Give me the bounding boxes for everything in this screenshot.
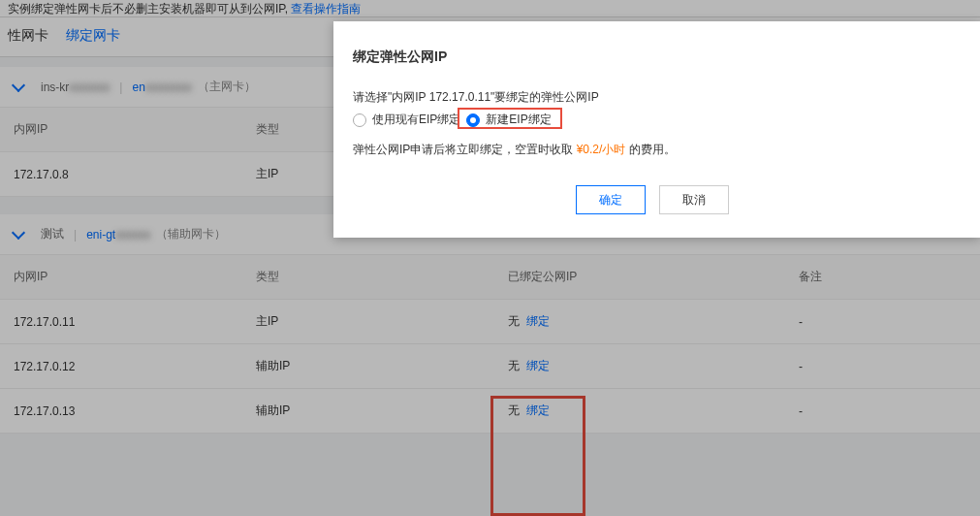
table-row: 172.17.0.11 主IP 无 绑定 - (0, 300, 980, 344)
eni-id-link[interactable]: enxxxxxxxx (132, 81, 191, 94)
radio-create-new-label: 新建EIP绑定 (486, 112, 551, 128)
cell-type: 辅助IP (242, 389, 494, 434)
cell-type: 辅助IP (242, 344, 494, 389)
cell-note: - (785, 344, 980, 389)
bind-eip-modal: 绑定弹性公网IP 请选择"内网IP 172.17.0.11"要绑定的弹性公网IP… (333, 21, 980, 238)
bind-eip-link[interactable]: 绑定 (526, 403, 550, 417)
bind-eip-link[interactable]: 绑定 (526, 314, 550, 328)
chevron-down-icon (12, 226, 25, 240)
table-row: 172.17.0.13 辅助IP 无 绑定 - (0, 389, 980, 434)
cell-bound-eip: 无 绑定 (494, 300, 785, 344)
cell-note: - (785, 389, 980, 434)
cell-bound-eip: 无 绑定 (494, 389, 785, 434)
cell-note: - (785, 300, 980, 344)
radio-use-existing[interactable] (353, 113, 366, 127)
radio-create-new[interactable] (466, 113, 480, 127)
modal-title: 绑定弹性公网IP (353, 48, 951, 66)
modal-button-row: 确定 取消 (353, 185, 951, 214)
nic-name: 测试 (41, 226, 64, 242)
cell-bound-eip: 无 绑定 (494, 344, 785, 389)
col-header-note: 备注 (785, 255, 980, 300)
cell-ip: 172.17.0.8 (0, 152, 242, 197)
ip-table-secondary: 内网IP 类型 已绑定公网IP 备注 172.17.0.11 主IP 无 绑定 … (0, 255, 980, 434)
top-notice-link[interactable]: 查看操作指南 (291, 2, 361, 16)
top-notice-text: 实例绑定弹性网卡后不必删主安装机器即可从到公网IP, (8, 2, 291, 16)
confirm-button[interactable]: 确定 (576, 185, 646, 214)
nic-role-label: （辅助网卡） (156, 226, 226, 242)
radio-group: 使用现有EIP绑定 新建EIP绑定 (353, 112, 951, 128)
fee-price: ¥0.2/小时 (577, 143, 626, 156)
chevron-down-icon (12, 79, 25, 92)
cell-ip: 172.17.0.12 (0, 344, 242, 389)
instance-id: ins-krxxxxxxx (41, 81, 110, 94)
table-row: 172.17.0.12 辅助IP 无 绑定 - (0, 344, 980, 389)
fee-notice: 弹性公网IP申请后将立即绑定，空置时收取 ¥0.2/小时 的费用。 (353, 142, 951, 158)
cell-type: 主IP (242, 300, 494, 344)
eni-id-link[interactable]: eni-gtxxxxxx (86, 228, 150, 242)
cell-ip: 172.17.0.11 (0, 300, 242, 344)
radio-use-existing-label: 使用现有EIP绑定 (372, 112, 460, 128)
col-header-ip: 内网IP (0, 255, 242, 300)
col-header-eip: 已绑定公网IP (494, 255, 785, 300)
nic-role-label: （主网卡） (198, 79, 256, 95)
panel-title: 性网卡 (8, 27, 48, 43)
top-notice-bar: 实例绑定弹性网卡后不必删主安装机器即可从到公网IP, 查看操作指南 (0, 0, 980, 17)
modal-subtitle: 请选择"内网IP 172.17.0.11"要绑定的弹性公网IP (353, 89, 951, 106)
nic-card-secondary: 测试 | eni-gtxxxxxx （辅助网卡） 内网IP 类型 已绑定公网IP… (0, 214, 980, 434)
cell-ip: 172.17.0.13 (0, 389, 242, 434)
separator: | (119, 81, 122, 94)
separator: | (74, 228, 77, 242)
col-header-type: 类型 (242, 255, 494, 300)
bind-eip-link[interactable]: 绑定 (526, 359, 550, 372)
bind-nic-link[interactable]: 绑定网卡 (66, 27, 120, 43)
col-header-ip: 内网IP (0, 108, 242, 152)
cancel-button[interactable]: 取消 (659, 185, 729, 214)
